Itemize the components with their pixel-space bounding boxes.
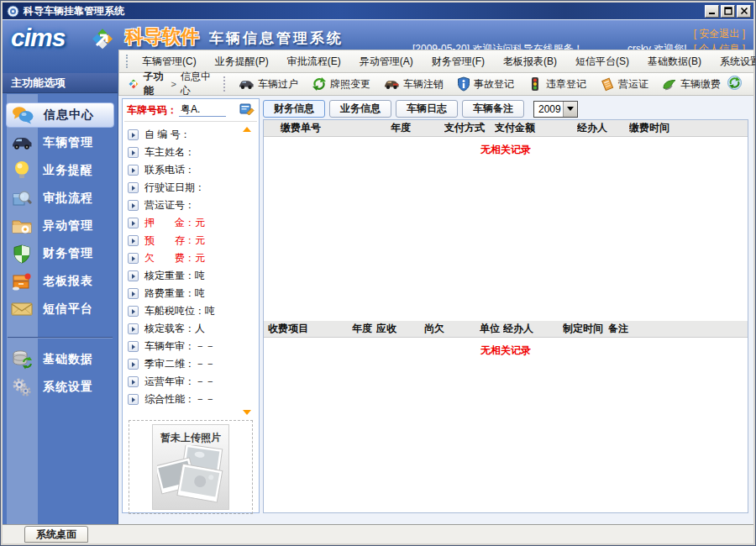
plate-number-label: 车牌号码： (127, 103, 177, 118)
menu-business-reminder[interactable]: 业务提醒(P) (206, 55, 278, 69)
field-row-arrears: 欠 费：元 (128, 249, 259, 267)
expand-icon[interactable] (128, 270, 139, 281)
minimize-icon (708, 7, 717, 15)
plate-number-input[interactable] (179, 104, 226, 117)
vehicle-payment-button[interactable]: 车辆缴费 (655, 76, 727, 93)
expand-icon[interactable] (128, 341, 139, 352)
vehicle-transfer-button[interactable]: 车辆过户 (232, 76, 305, 93)
expand-icon[interactable] (128, 147, 139, 158)
column-header: 经办人 (577, 121, 629, 135)
expand-icon[interactable] (128, 253, 139, 264)
field-label: 营运证号： (144, 199, 195, 211)
sidebar-item-sms-platform[interactable]: 短信平台 (6, 297, 114, 322)
expand-icon[interactable] (128, 235, 139, 246)
menu-vehicle-mgmt[interactable]: 车辆管理(C) (133, 55, 206, 69)
sidebar-item-base-data[interactable]: 基础数据 (6, 347, 114, 372)
subfunction-label: 子功能 (144, 70, 167, 98)
sidebar-item-system-settings[interactable]: 系统设置 (6, 375, 114, 400)
field-row-operation-inspection: 运营年审：－－ (128, 373, 259, 391)
tab-vehicle-remark[interactable]: 车辆备注 (462, 100, 524, 118)
payment-table-body: 无相关记录 (264, 137, 748, 321)
expand-icon[interactable] (128, 129, 139, 140)
tab-business-info[interactable]: 业务信息 (329, 100, 391, 118)
field-row-toll-weight: 路费重量：吨 (128, 285, 259, 302)
field-label: 联系电话： (144, 164, 195, 176)
expand-icon[interactable] (128, 165, 139, 176)
toolbar-separator (223, 76, 225, 92)
vehicle-photo-box[interactable]: 暂未上传照片 (129, 420, 253, 514)
year-select[interactable]: 2009 (533, 101, 578, 118)
field-row-approved-weight: 核定重量：吨 (128, 267, 259, 285)
toolbar-button-label: 牌照变更 (330, 77, 370, 92)
sidebar-item-info-center[interactable]: 信息中心 (6, 102, 114, 128)
detail-panel: 财务信息 业务信息 车辆日志 车辆备注 2009 缴费单号 年度 支付方式 支付… (263, 98, 748, 513)
logo-arrow-icon (88, 25, 117, 54)
vehicle-cancel-button[interactable]: 车辆注销 (377, 76, 450, 93)
refresh-icon (727, 76, 742, 90)
subfunction-icon (128, 76, 139, 92)
sidebar-item-label: 老板报表 (43, 274, 93, 289)
column-header: 制定时间 (563, 322, 608, 336)
column-header: 应收 (376, 322, 424, 336)
scroll-up-icon[interactable] (243, 127, 251, 132)
expand-icon[interactable] (128, 359, 139, 370)
system-desktop-tab[interactable]: 系统桌面 (24, 526, 88, 543)
sidebar-item-change-mgmt[interactable]: 异动管理 (6, 213, 114, 239)
tab-finance-info[interactable]: 财务信息 (263, 100, 325, 118)
expand-icon[interactable] (128, 288, 139, 299)
field-label: 车辆年审： (144, 340, 195, 352)
plate-edit-button[interactable] (239, 102, 255, 119)
expand-icon[interactable] (128, 218, 139, 228)
expand-icon[interactable] (128, 323, 139, 334)
column-header: 年度 (352, 322, 376, 336)
menu-base-data[interactable]: 基础数据(B) (638, 55, 711, 69)
operation-cert-button[interactable]: 营运证 (593, 75, 655, 93)
sidebar-item-approval-flow[interactable]: 审批流程 (6, 186, 114, 211)
refresh-button[interactable] (727, 76, 742, 93)
field-label: 押 金： (144, 217, 195, 228)
close-button[interactable] (737, 5, 751, 18)
violation-register-icon (528, 76, 543, 92)
vehicle-field-list: 自 编 号： 车主姓名： 联系电话： 行驶证日期： 营运证号： (123, 122, 259, 417)
field-value: 吨 (205, 305, 215, 317)
field-row-prepaid: 预 存：元 (128, 232, 259, 249)
sidebar-item-label: 基础数据 (43, 352, 93, 367)
sidebar-item-label: 异动管理 (43, 218, 93, 234)
maximize-button[interactable] (721, 5, 735, 18)
expand-icon[interactable] (128, 200, 139, 211)
menu-boss-report[interactable]: 老板报表(B) (494, 55, 566, 69)
photo-stack-icon (157, 445, 224, 504)
scroll-down-icon[interactable] (243, 410, 251, 415)
column-header: 缴费时间 (629, 121, 748, 135)
violation-register-button[interactable]: 违章登记 (521, 75, 593, 93)
expand-icon[interactable] (128, 394, 139, 405)
logout-link[interactable]: [ 安全退出 ] (694, 27, 745, 41)
plate-change-button[interactable]: 牌照变更 (305, 75, 377, 93)
sidebar-item-vehicle-mgmt[interactable]: 车辆管理 (6, 130, 114, 155)
accident-register-button[interactable]: 事故登记 (450, 75, 521, 93)
column-header: 收费项目 (264, 322, 352, 336)
menu-approval-flow[interactable]: 审批流程(E) (278, 55, 350, 69)
sidebar-item-business-reminder[interactable]: 业务提醒 (6, 158, 114, 183)
menu-change-mgmt[interactable]: 异动管理(A) (350, 55, 423, 69)
vehicle-mgmt-icon (6, 136, 38, 150)
field-row-license-date: 行驶证日期： (128, 179, 259, 197)
payment-table-header: 缴费单号 年度 支付方式 支付金额 经办人 缴费时间 (264, 120, 748, 137)
tab-vehicle-log[interactable]: 车辆日志 (396, 100, 458, 118)
sidebar-item-label: 短信平台 (43, 302, 93, 317)
dropdown-arrow-icon[interactable] (563, 102, 577, 117)
menu-system-settings[interactable]: 系统设置(S) (711, 55, 756, 69)
menu-finance-mgmt[interactable]: 财务管理(F) (423, 55, 494, 69)
operation-cert-icon (600, 76, 615, 92)
finance-info-body: 缴费单号 年度 支付方式 支付金额 经办人 缴费时间 无相关记录 收费项目 年度… (263, 119, 748, 513)
close-icon (740, 7, 748, 15)
menu-sms-platform[interactable]: 短信平台(S) (566, 55, 638, 69)
expand-icon[interactable] (128, 376, 139, 387)
minimize-button[interactable] (705, 5, 719, 18)
field-label: 核定重量： (144, 270, 195, 281)
expand-icon[interactable] (128, 182, 139, 193)
expand-icon[interactable] (128, 306, 139, 317)
sidebar-item-boss-report[interactable]: 老板报表 (6, 269, 114, 294)
sidebar-item-finance-mgmt[interactable]: 财务管理 (6, 241, 114, 266)
field-value: 吨 (195, 270, 205, 281)
